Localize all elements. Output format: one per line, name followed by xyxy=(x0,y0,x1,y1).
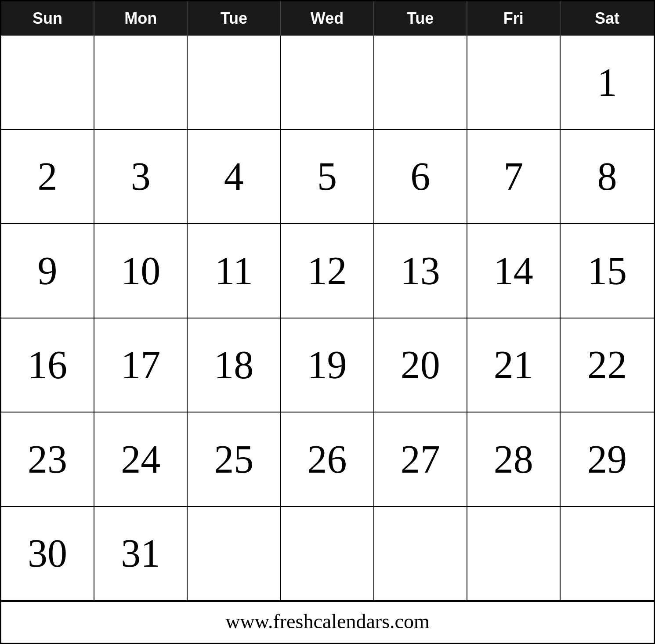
day-22: 22 xyxy=(561,318,654,413)
day-cell-empty xyxy=(374,507,467,601)
header-sun: Sun xyxy=(1,1,94,36)
calendar-header: Sun Mon Tue Wed Tue Fri Sat xyxy=(1,1,654,36)
day-1: 1 xyxy=(561,36,654,130)
day-4: 4 xyxy=(188,130,281,224)
day-cell-empty xyxy=(561,507,654,601)
day-24: 24 xyxy=(94,412,188,507)
day-cell xyxy=(94,36,188,130)
day-10: 10 xyxy=(94,224,188,318)
day-cell-empty xyxy=(188,507,281,601)
day-9: 9 xyxy=(1,224,94,318)
day-12: 12 xyxy=(281,224,374,318)
header-tue2: Tue xyxy=(374,1,467,36)
day-30: 30 xyxy=(1,507,94,601)
day-5: 5 xyxy=(281,130,374,224)
header-mon: Mon xyxy=(94,1,188,36)
day-cell-empty xyxy=(467,507,561,601)
day-25: 25 xyxy=(188,412,281,507)
day-19: 19 xyxy=(281,318,374,413)
day-cell xyxy=(467,36,561,130)
day-26: 26 xyxy=(281,412,374,507)
day-14: 14 xyxy=(467,224,561,318)
header-tue1: Tue xyxy=(188,1,281,36)
day-11: 11 xyxy=(188,224,281,318)
calendar-body: 1 2 3 4 5 6 7 8 9 10 11 12 13 14 15 16 1… xyxy=(1,36,654,601)
day-16: 16 xyxy=(1,318,94,413)
day-29: 29 xyxy=(561,412,654,507)
header-wed: Wed xyxy=(281,1,374,36)
day-31: 31 xyxy=(94,507,188,601)
day-cell xyxy=(374,36,467,130)
day-28: 28 xyxy=(467,412,561,507)
day-cell xyxy=(1,36,94,130)
header-sat: Sat xyxy=(561,1,654,36)
day-17: 17 xyxy=(94,318,188,413)
header-fri: Fri xyxy=(467,1,561,36)
calendar: Sun Mon Tue Wed Tue Fri Sat 1 2 3 4 5 6 … xyxy=(0,0,655,644)
day-15: 15 xyxy=(561,224,654,318)
day-cell xyxy=(188,36,281,130)
day-6: 6 xyxy=(374,130,467,224)
day-3: 3 xyxy=(94,130,188,224)
day-cell-empty xyxy=(281,507,374,601)
day-20: 20 xyxy=(374,318,467,413)
day-27: 27 xyxy=(374,412,467,507)
day-7: 7 xyxy=(467,130,561,224)
calendar-footer: www.freshcalendars.com xyxy=(1,601,654,643)
day-cell xyxy=(281,36,374,130)
day-21: 21 xyxy=(467,318,561,413)
day-13: 13 xyxy=(374,224,467,318)
day-2: 2 xyxy=(1,130,94,224)
day-23: 23 xyxy=(1,412,94,507)
day-8: 8 xyxy=(561,130,654,224)
day-18: 18 xyxy=(188,318,281,413)
